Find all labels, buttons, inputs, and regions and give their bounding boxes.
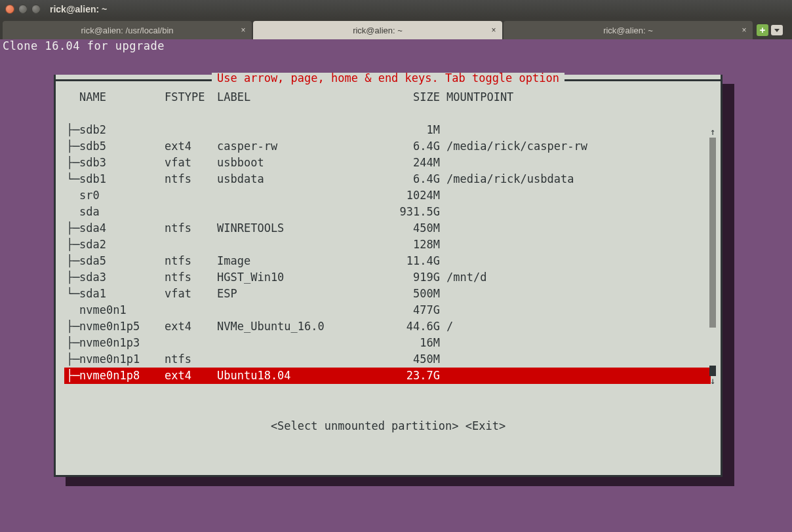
partition-name: sda4 [79,223,165,234]
close-icon[interactable]: × [489,26,498,35]
close-icon[interactable]: × [740,26,749,35]
partition-name: sda1 [79,288,165,299]
tree-branch-icon: ├─ [66,370,79,381]
dialog-actions: <Select unmounted partition> <Exit> [66,421,710,432]
terminal-output-line: Clone 16.04 for upgrade [0,39,792,52]
partition-name: sda3 [79,272,165,283]
tree-branch-icon: ├─ [66,354,79,365]
partition-name: nvme0n1p5 [79,321,165,332]
partition-size: 931.5G [381,206,440,218]
partition-name: nvme0n1p1 [79,354,165,365]
partition-name: nvme0n1p8 [79,370,165,381]
tab-controls: + [754,21,785,39]
partition-fstype: ext4 [165,370,217,381]
window-title: rick@alien: ~ [50,4,107,14]
partition-row[interactable]: sda931.5G [66,204,710,220]
partition-size: 1M [381,124,440,136]
exit-button[interactable]: <Exit> [465,419,505,432]
partition-row[interactable]: ├─sdb3vfatusbboot244M [66,155,710,171]
scrollbar[interactable]: ↑ ↓ [709,127,717,389]
partition-size: 919G [381,272,440,283]
partition-size: 44.6G [381,321,440,332]
tab-bar: rick@alien: /usr/local/bin × rick@alien:… [0,18,792,39]
partition-name: sdb5 [79,141,165,152]
partition-row[interactable]: ├─nvme0n1p316M [66,335,710,351]
tree-branch-icon: └─ [66,288,79,299]
partition-fstype: ntfs [165,174,217,185]
partition-dialog[interactable]: Use arrow, page, home & end keys. Tab to… [54,75,723,477]
minimize-icon[interactable] [18,5,28,14]
partition-size: 128M [381,239,440,250]
partition-fstype: ext4 [165,321,217,332]
close-icon[interactable] [5,5,14,14]
header-fstype: FSTYPE [165,92,217,103]
partition-fstype: ntfs [165,223,217,234]
tab-menu-icon[interactable] [771,25,783,35]
tree-branch-icon: ├─ [66,272,79,283]
tree-branch-icon: ├─ [66,337,79,349]
partition-label: NVMe_Ubuntu_16.0 [217,321,381,332]
tree-branch-icon: ├─ [66,124,79,136]
tree-branch-icon: └─ [66,174,79,185]
partition-fstype: ntfs [165,354,217,365]
partition-row[interactable]: sr01024M [66,187,710,204]
partition-label: HGST_Win10 [217,272,381,283]
partition-row[interactable]: ├─nvme0n1p5ext4NVMe_Ubuntu_16.044.6G/ [66,318,710,335]
partition-row[interactable]: ├─sda3ntfsHGST_Win10919G/mnt/d [66,269,710,286]
scroll-down-icon[interactable]: ↓ [709,376,717,385]
terminal-area[interactable]: Clone 16.04 for upgrade Use arrow, page,… [0,39,792,532]
partition-row[interactable]: nvme0n1477G [66,302,710,318]
partition-label: casper-rw [217,141,381,152]
partition-row[interactable]: └─sdb1ntfsusbdata6.4G/media/rick/usbdata [66,171,710,187]
partition-name: sda [79,206,165,218]
partition-label: ESP [217,288,381,299]
partition-label: usbdata [217,174,381,185]
partition-row[interactable]: ├─sda2128M [66,237,710,253]
partition-name: sr0 [79,190,165,201]
partition-size: 6.4G [381,141,440,152]
dialog-content: NAME FSTYPE LABEL SIZE MOUNTPOINT ├─sdb2… [56,86,721,432]
partition-size: 11.4G [381,256,440,267]
partition-row[interactable]: └─sda1vfatESP500M [66,286,710,302]
tab-2[interactable]: rick@alien: ~ × [504,21,753,39]
header-name: NAME [79,92,165,103]
partition-fstype: ext4 [165,141,217,152]
column-headers: NAME FSTYPE LABEL SIZE MOUNTPOINT [66,89,710,105]
scroll-thumb[interactable] [709,138,716,328]
tree-branch-icon: ├─ [66,321,79,332]
partition-row[interactable]: ├─sdb5ext4casper-rw6.4G/media/rick/caspe… [66,138,710,155]
partition-name: sdb1 [79,174,165,185]
scroll-up-icon[interactable]: ↑ [709,127,717,136]
partition-fstype: ntfs [165,256,217,267]
partition-size: 450M [381,354,440,365]
tab-0[interactable]: rick@alien: /usr/local/bin × [3,21,252,39]
partition-row[interactable]: ├─sda4ntfsWINRETOOLS450M [66,220,710,237]
partition-size: 1024M [381,190,440,201]
tab-1[interactable]: rick@alien: ~ × [253,21,502,39]
titlebar: rick@alien: ~ [0,0,792,18]
partition-size: 477G [381,305,440,316]
partition-name: sdb3 [79,157,165,168]
tab-label: rick@alien: ~ [603,26,653,35]
new-tab-icon[interactable]: + [757,24,768,36]
tab-label: rick@alien: /usr/local/bin [81,26,173,35]
close-icon[interactable]: × [239,26,248,35]
tree-branch-icon: ├─ [66,141,79,152]
select-partition-button[interactable]: <Select unmounted partition> [271,419,459,432]
maximize-icon[interactable] [31,5,41,14]
partition-mountpoint: /media/rick/usbdata [440,174,710,185]
scroll-end-marker [709,366,716,376]
partition-name: sda5 [79,256,165,267]
partition-name: nvme0n1 [79,305,165,316]
partition-row[interactable]: ├─nvme0n1p8ext4Ubuntu18.0423.7G [64,368,711,384]
partition-row[interactable]: ├─sda5ntfsImage11.4G [66,253,710,269]
partition-row[interactable]: ├─sdb21M [66,122,710,138]
header-mount: MOUNTPOINT [440,92,710,103]
window-controls [5,5,41,14]
tree-branch-icon: ├─ [66,256,79,267]
partition-mountpoint: /mnt/d [440,272,710,283]
partition-fstype: vfat [165,157,217,168]
partition-row[interactable]: ├─nvme0n1p1ntfs450M [66,351,710,368]
tree-branch-icon: ├─ [66,157,79,168]
partition-label: Image [217,256,381,267]
